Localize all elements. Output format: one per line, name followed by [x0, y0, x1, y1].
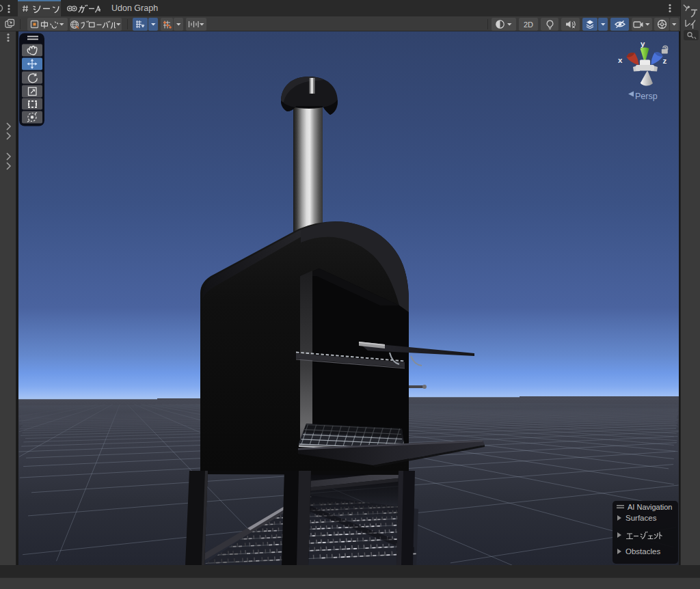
svg-text:x: x	[618, 56, 623, 64]
svg-text:z: z	[663, 57, 667, 65]
svg-text:y: y	[641, 40, 645, 48]
svg-text:Surfaces: Surfaces	[625, 514, 657, 522]
svg-text:AI Navigation: AI Navigation	[628, 503, 672, 511]
svg-text:Persp: Persp	[635, 92, 658, 101]
svg-text:Obstacles: Obstacles	[625, 547, 660, 556]
